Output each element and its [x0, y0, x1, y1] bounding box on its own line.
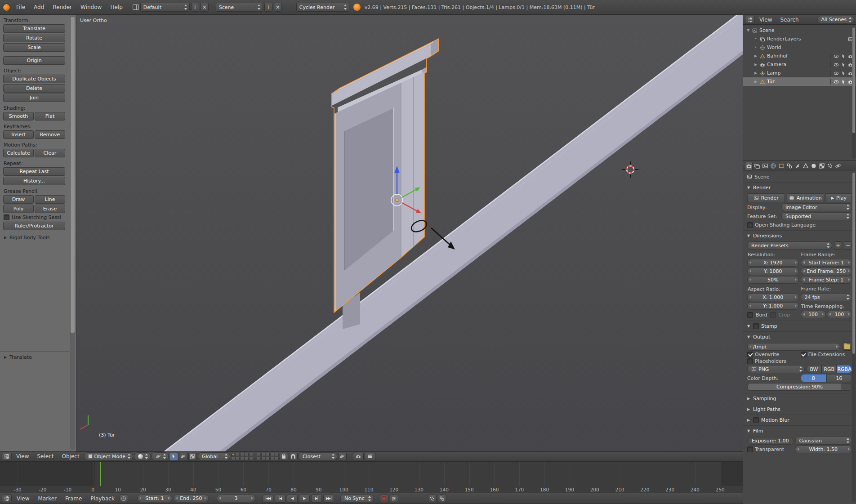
ruler-protractor-button[interactable]: Ruler/Protractor [3, 222, 65, 230]
layer-toggle[interactable] [231, 453, 235, 456]
aspect-x-field[interactable]: X: 1.000 [747, 294, 799, 301]
layer-toggle[interactable] [240, 457, 244, 460]
tab-scene[interactable] [761, 162, 769, 170]
calculate-paths-button[interactable]: Calculate [3, 149, 34, 157]
layer-toggle[interactable] [236, 457, 240, 460]
manipulator-translate-toggle[interactable] [169, 453, 178, 460]
insert-keyframe-button[interactable]: Insert [3, 130, 34, 139]
outliner-filter-dropdown[interactable]: All Scenes [817, 16, 854, 23]
outliner-row-lamp[interactable]: ▶ Lamp [743, 69, 856, 77]
timeline-menu-frame[interactable]: Frame [62, 494, 85, 503]
render-engine-selector[interactable]: Cycles Render [296, 3, 349, 12]
flat-button[interactable]: Flat [35, 112, 65, 120]
tab-modifiers[interactable] [794, 162, 801, 170]
outliner-row-scene[interactable]: ▼ Scene [743, 26, 856, 35]
file-browse-button[interactable] [842, 343, 852, 351]
outliner-row-tuer[interactable]: ▶ Tür [743, 77, 856, 86]
placeholders-checkbox[interactable] [747, 358, 753, 364]
file-extensions-checkbox[interactable] [801, 352, 807, 357]
jump-to-end-button[interactable]: ▶▶| [323, 495, 334, 503]
smooth-button[interactable]: Smooth [3, 112, 34, 120]
selectable-icon[interactable] [841, 54, 846, 59]
clear-paths-button[interactable]: Clear [35, 149, 65, 157]
expand-icon[interactable]: ▶ [753, 80, 758, 84]
properties-scrollbar[interactable] [852, 173, 856, 502]
sampling-panel-header[interactable]: ▶ Sampling [743, 393, 856, 404]
menu-file[interactable]: File [13, 3, 29, 12]
play-rendered-button[interactable]: ▶Play [826, 193, 852, 202]
layer-toggle[interactable] [257, 457, 261, 460]
translate-button[interactable]: Translate [3, 24, 65, 33]
viewport-menu-view[interactable]: View [13, 452, 32, 461]
screen-layout-selector[interactable]: Default [140, 3, 190, 12]
render-still-button[interactable]: Render [747, 193, 785, 202]
viewport-menu-object[interactable]: Object [58, 452, 83, 461]
add-scene-button[interactable]: + [264, 3, 272, 12]
expand-icon[interactable]: ▶ [753, 54, 758, 58]
snap-toggle[interactable] [289, 453, 298, 460]
current-frame-field[interactable]: 3 [217, 495, 255, 502]
layer-toggle[interactable] [275, 457, 279, 460]
tab-physics[interactable] [834, 162, 842, 170]
tool-shelf-scrollbar[interactable] [70, 16, 75, 450]
timeline[interactable]: -30-20-100102030405060708090100110120130… [0, 461, 743, 493]
remap-new-field[interactable]: 100 [827, 311, 852, 318]
record-button[interactable] [380, 495, 388, 502]
close-scene-button[interactable]: × [274, 3, 282, 12]
duplicate-objects-button[interactable]: Duplicate Objects [3, 75, 65, 83]
orientation-dropdown[interactable]: Global [198, 452, 230, 460]
outliner-row-world[interactable]: • World [743, 43, 856, 52]
outliner-scrollbar[interactable] [852, 27, 856, 159]
layer-toggle[interactable] [231, 457, 235, 460]
layer-toggle[interactable] [249, 457, 253, 460]
tab-object-data[interactable] [802, 162, 809, 170]
start-frame-prop-field[interactable]: Start Frame: 1 [801, 259, 852, 267]
repeat-last-button[interactable]: Repeat Last [3, 167, 65, 176]
opengl-render-anim-button[interactable] [365, 453, 375, 460]
timeline-menu-playback[interactable]: Playback [87, 494, 118, 503]
outliner-menu-view[interactable]: View [756, 15, 776, 24]
scene-selector[interactable]: Scene [216, 3, 263, 12]
visibility-eye-icon[interactable] [834, 79, 839, 85]
layer-toggle[interactable] [270, 457, 274, 460]
display-dropdown[interactable]: Image Editor [781, 203, 852, 211]
delete-button[interactable]: Delete [3, 84, 65, 93]
proportional-edit-toggle[interactable] [338, 453, 347, 460]
origin-button[interactable]: Origin [3, 56, 65, 65]
menu-add[interactable]: Add [30, 3, 48, 12]
layer-toggle[interactable] [266, 453, 270, 456]
render-panel-header[interactable]: ▼ Render [743, 183, 856, 193]
outliner-row-renderlayers[interactable]: • RenderLayers [743, 35, 856, 43]
previous-keyframe-button[interactable]: |◀ [275, 495, 285, 503]
fps-dropdown[interactable]: 24 fps [801, 293, 852, 301]
manipulator-rotate-toggle[interactable] [179, 453, 187, 460]
tab-render[interactable] [745, 162, 753, 170]
mode-dropdown[interactable]: Object Mode [84, 452, 133, 460]
insert-keyframe-icon-button[interactable] [428, 495, 437, 502]
snap-element-dropdown[interactable]: Closest [299, 452, 337, 460]
layer-toggle[interactable] [245, 453, 249, 456]
layer-toggle[interactable] [245, 457, 249, 460]
overwrite-checkbox[interactable] [747, 352, 753, 357]
end-frame-field[interactable]: End: 250 [174, 495, 209, 502]
dimensions-panel-header[interactable]: ▼ Dimensions [743, 231, 856, 241]
compression-slider[interactable]: Compression: 90% [747, 383, 852, 391]
layer-toggle[interactable] [275, 453, 279, 456]
expand-icon[interactable]: ▶ [753, 62, 758, 67]
output-path-field[interactable]: /tmp\ [747, 343, 840, 351]
bw-button[interactable]: BW [807, 365, 822, 373]
gp-poly-button[interactable]: Poly [3, 205, 34, 213]
menu-help[interactable]: Help [107, 3, 126, 12]
gp-line-button[interactable]: Line [35, 195, 65, 204]
blender-logo-icon[interactable] [3, 4, 10, 11]
menu-window[interactable]: Window [77, 3, 105, 12]
layer-toggle[interactable] [266, 457, 270, 460]
film-panel-header[interactable]: ▼ Film [743, 426, 856, 436]
delete-keyframe-icon-button[interactable] [438, 495, 446, 502]
tab-material[interactable] [810, 162, 817, 170]
timeline-menu-marker[interactable]: Marker [34, 494, 60, 503]
expand-icon[interactable]: ▶ [753, 71, 758, 75]
preview-range-toggle[interactable] [120, 495, 128, 502]
rail-object[interactable] [165, 15, 743, 451]
selectable-icon[interactable] [841, 71, 846, 76]
